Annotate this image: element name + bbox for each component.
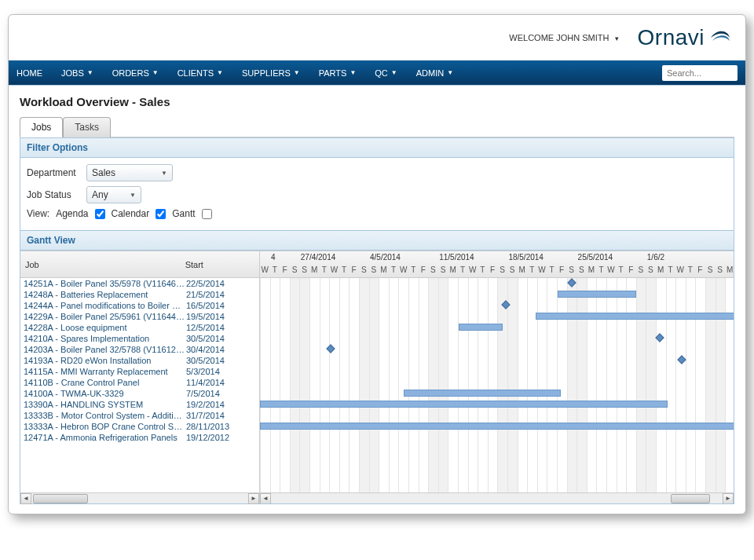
timeline-day-label: S bbox=[705, 265, 716, 276]
chevron-down-icon: ▼ bbox=[87, 69, 93, 76]
job-row[interactable]: 14248A - Batteries Replacement21/5/2014 bbox=[20, 289, 259, 300]
job-row[interactable]: 14228A - Loose equipment12/5/2014 bbox=[20, 322, 259, 333]
job-name: 14100A - TWMA-UK-3329 bbox=[24, 389, 186, 398]
job-name: 14110B - Crane Control Panel bbox=[24, 378, 186, 387]
job-row[interactable]: 14251A - Boiler Panel 35/5978 (V116467) … bbox=[20, 278, 259, 289]
gantt-bar[interactable] bbox=[558, 291, 636, 298]
job-start-date: 11/4/2014 bbox=[186, 378, 257, 387]
timeline-day-label: W bbox=[260, 265, 270, 276]
scroll-thumb[interactable] bbox=[671, 494, 710, 503]
job-name: 13333B - Motor Control System - Addition… bbox=[24, 411, 186, 420]
job-name: 14229A - Boiler Panel 25/5961 (V116447) … bbox=[24, 312, 186, 321]
agenda-checkbox[interactable] bbox=[95, 209, 105, 219]
timeline-day-label: F bbox=[488, 265, 498, 276]
gantt-bar[interactable] bbox=[260, 423, 734, 430]
job-row[interactable]: 13390A - HANDLING SYSTEM19/2/2014 bbox=[20, 399, 259, 410]
scroll-right-icon[interactable]: ► bbox=[248, 493, 259, 504]
timeline-day-label: T bbox=[339, 265, 350, 276]
gantt-bar[interactable] bbox=[459, 324, 503, 331]
grid-line bbox=[675, 278, 676, 492]
gantt-checkbox[interactable] bbox=[202, 209, 212, 219]
grid-line bbox=[596, 278, 597, 492]
brand-swoosh-icon bbox=[709, 27, 731, 49]
timeline-day-label: S bbox=[715, 265, 725, 276]
timeline-day-label: F bbox=[280, 265, 290, 276]
job-start-date: 28/11/2013 bbox=[186, 422, 257, 431]
job-row[interactable]: 14210A - Spares Implementation30/5/2014 bbox=[20, 333, 259, 344]
timeline-day-label: F bbox=[349, 265, 359, 276]
welcome-text: WELCOME JOHN SMITH bbox=[509, 33, 609, 42]
scroll-right-icon[interactable]: ► bbox=[723, 493, 734, 504]
menu-qc[interactable]: QC▼ bbox=[375, 68, 397, 78]
timeline-date-label: 25/5/2014 bbox=[578, 253, 613, 265]
chevron-down-icon: ▾ bbox=[615, 35, 619, 42]
timeline-scrollbar[interactable]: ◄ ► bbox=[260, 492, 734, 503]
tab-jobs[interactable]: Jobs bbox=[20, 117, 63, 137]
gantt-label: Gantt bbox=[172, 208, 195, 219]
menu-admin[interactable]: ADMIN▼ bbox=[416, 68, 453, 78]
timeline-day-label: S bbox=[497, 265, 507, 276]
left-scrollbar[interactable]: ◄ ► bbox=[20, 492, 259, 503]
gantt-bar[interactable] bbox=[536, 313, 734, 320]
gantt-milestone-icon[interactable] bbox=[655, 333, 664, 342]
job-row[interactable]: 14115A - MMI Warranty Replacement5/3/201… bbox=[20, 366, 259, 377]
welcome-user-dropdown[interactable]: WELCOME JOHN SMITH ▾ bbox=[509, 33, 618, 42]
menu-parts[interactable]: PARTS▼ bbox=[319, 68, 357, 78]
job-start-date: 30/5/2014 bbox=[186, 356, 257, 365]
job-row[interactable]: 14110B - Crane Control Panel11/4/2014 bbox=[20, 377, 259, 388]
calendar-checkbox[interactable] bbox=[156, 209, 166, 219]
job-start-date: 12/5/2014 bbox=[186, 323, 257, 332]
job-row[interactable]: 14100A - TWMA-UK-33297/5/2014 bbox=[20, 388, 259, 399]
job-start-date: 7/5/2014 bbox=[186, 389, 257, 398]
job-row[interactable]: 14203A - Boiler Panel 32/5788 (V116128) … bbox=[20, 344, 259, 355]
job-row[interactable]: 14193A - RD20 eWon Installation30/5/2014 bbox=[20, 355, 259, 366]
timeline-day-label: W bbox=[537, 265, 547, 276]
chevron-down-icon: ▼ bbox=[161, 170, 167, 177]
job-start-date: 21/5/2014 bbox=[186, 290, 257, 299]
menu-home[interactable]: HOME bbox=[16, 68, 42, 78]
timeline-day-label: S bbox=[576, 265, 587, 276]
department-select[interactable]: Sales ▼ bbox=[86, 164, 173, 181]
grid-line bbox=[626, 278, 627, 492]
job-row[interactable]: 12471A - Ammonia Refrigeration Panels19/… bbox=[20, 432, 259, 443]
job-row[interactable]: 13333A - Hebron BOP Crane Control System… bbox=[20, 421, 259, 432]
menu-clients[interactable]: CLIENTS▼ bbox=[178, 68, 223, 78]
scroll-left-icon[interactable]: ◄ bbox=[260, 493, 271, 504]
job-name: 14203A - Boiler Panel 32/5788 (V116128) … bbox=[24, 345, 186, 354]
job-start-date: 22/5/2014 bbox=[186, 279, 257, 288]
timeline-day-label: T bbox=[665, 265, 675, 276]
grid-line bbox=[587, 278, 587, 492]
jobstatus-select[interactable]: Any ▼ bbox=[86, 186, 141, 203]
job-row[interactable]: 14244A - Panel modifications to Boiler P… bbox=[20, 300, 259, 311]
gantt-bar[interactable] bbox=[260, 401, 668, 408]
menu-suppliers[interactable]: SUPPLIERS▼ bbox=[242, 68, 300, 78]
timeline-date-label: 4/5/2014 bbox=[370, 253, 401, 265]
menu-jobs[interactable]: JOBS▼ bbox=[61, 68, 93, 78]
grid-line bbox=[309, 278, 310, 492]
search-input[interactable] bbox=[662, 65, 738, 81]
scroll-left-icon[interactable]: ◄ bbox=[20, 493, 31, 504]
timeline-day-label: S bbox=[359, 265, 369, 276]
job-name: 14115A - MMI Warranty Replacement bbox=[24, 367, 186, 376]
scroll-thumb[interactable] bbox=[33, 494, 88, 503]
grid-line bbox=[547, 278, 547, 492]
menu-orders[interactable]: ORDERS▼ bbox=[112, 68, 159, 78]
tab-tasks[interactable]: Tasks bbox=[63, 117, 111, 137]
grid-line bbox=[299, 278, 300, 492]
gantt-bar[interactable] bbox=[404, 390, 561, 397]
gantt-timeline-panel: 427/4/20144/5/201411/5/201418/5/201425/5… bbox=[260, 251, 734, 503]
timeline-date-label: 11/5/2014 bbox=[439, 253, 474, 265]
timeline-day-label: T bbox=[616, 265, 626, 276]
timeline-header: 427/4/20144/5/201411/5/201418/5/201425/5… bbox=[260, 251, 734, 278]
view-label: View: bbox=[27, 208, 49, 219]
timeline-day-label: M bbox=[587, 265, 597, 276]
job-row[interactable]: 14229A - Boiler Panel 25/5961 (V116447) … bbox=[20, 311, 259, 322]
timeline-day-label: S bbox=[428, 265, 438, 276]
grid-line bbox=[280, 278, 280, 492]
job-row[interactable]: 13333B - Motor Control System - Addition… bbox=[20, 410, 259, 421]
gantt-milestone-icon[interactable] bbox=[326, 344, 335, 353]
grid-line bbox=[567, 278, 568, 492]
job-name: 14193A - RD20 eWon Installation bbox=[24, 356, 186, 365]
content-area: Workload Overview - Sales Jobs Tasks Fil… bbox=[9, 86, 745, 514]
grid-line bbox=[389, 278, 390, 492]
